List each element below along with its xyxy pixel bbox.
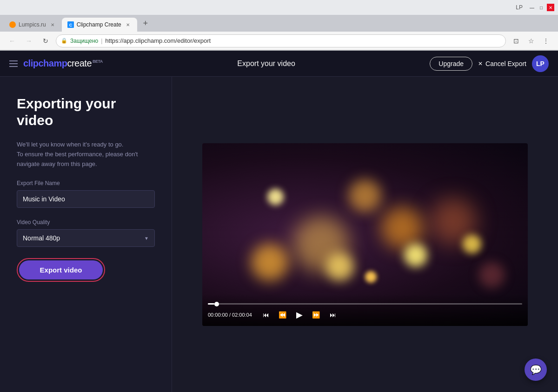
minimize-button[interactable]: — [528, 4, 536, 11]
bokeh-9 [267, 189, 284, 205]
quality-select[interactable]: Normal 480p HD 720p Full HD 1080p [17, 230, 154, 246]
tab-close-lumpics[interactable]: ✕ [49, 21, 56, 28]
app-wrapper: clipchampcreatebeta Export your video Up… [0, 51, 558, 392]
video-display: 00:00:00 / 02:00:04 ⏮ ⏪ ▶ ⏩ ⏭ [202, 143, 528, 326]
cancel-export-label: Cancel Export [485, 60, 526, 67]
tab-clipchamp[interactable]: C Clipchamp Create ✕ [62, 18, 137, 32]
video-container: 00:00:00 / 02:00:04 ⏮ ⏪ ▶ ⏩ ⏭ [202, 143, 528, 326]
tab-close-clipchamp[interactable]: ✕ [124, 21, 132, 28]
skip-back-button[interactable]: ⏮ [259, 308, 272, 321]
left-panel: Exporting your video We'll let you know … [0, 77, 172, 392]
progress-fill [208, 303, 214, 305]
avatar: LP [532, 55, 549, 72]
play-button[interactable]: ▶ [293, 308, 306, 321]
hamburger-menu[interactable] [9, 60, 18, 67]
tab-favicon-lumpics [9, 21, 16, 28]
lock-icon: 🔒 [61, 38, 67, 44]
rewind-button[interactable]: ⏪ [276, 308, 289, 321]
url-bar[interactable]: 🔒 Защищено | https://app.clipchamp.com/e… [56, 34, 506, 47]
title-bar: LP — □ ✕ [0, 0, 558, 15]
panel-description: We'll let you know when it's ready to go… [17, 140, 155, 169]
bokeh-5 [404, 244, 427, 267]
back-button[interactable]: ← [6, 34, 19, 47]
bokeh-7 [463, 235, 481, 253]
cancel-icon: ✕ [478, 60, 483, 67]
app-logo: clipchampcreatebeta [23, 58, 103, 69]
menu-button[interactable]: ⋮ [539, 34, 552, 47]
controls-row: 00:00:00 / 02:00:04 ⏮ ⏪ ▶ ⏩ ⏭ [208, 308, 522, 321]
export-video-button[interactable]: Export video [19, 260, 103, 279]
forward-button[interactable]: → [22, 34, 35, 47]
export-button-wrapper: Export video [17, 258, 105, 282]
tab-favicon-clipchamp: C [67, 21, 74, 28]
app-header: clipchampcreatebeta Export your video Up… [0, 51, 558, 77]
cast-button[interactable]: ⊡ [510, 34, 523, 47]
panel-title: Exporting your video [17, 95, 155, 129]
time-current: 00:00:00 [208, 312, 228, 318]
hamburger-line-2 [9, 63, 18, 64]
quality-group: Video Quality Normal 480p HD 720p Full H… [17, 219, 155, 247]
logo-clip: clipchamp [23, 58, 67, 68]
bokeh-10 [479, 262, 505, 288]
url-separator: | [101, 38, 102, 44]
hamburger-line-3 [9, 66, 18, 67]
time-display: 00:00:00 / 02:00:04 [208, 312, 252, 318]
upgrade-button[interactable]: Upgrade [430, 57, 472, 71]
chat-fab-button[interactable]: 💬 [525, 359, 547, 381]
file-name-input[interactable] [17, 190, 155, 208]
chat-icon: 💬 [530, 364, 542, 375]
url-text: https://app.clipchamp.com/editor/export [105, 37, 501, 44]
bokeh-4 [381, 207, 423, 249]
main-content: Exporting your video We'll let you know … [0, 77, 558, 392]
tab-label-clipchamp: Clipchamp Create [77, 21, 121, 28]
user-initials: LP [516, 4, 523, 11]
file-name-group: Export File Name [17, 180, 155, 208]
logo-create: create [67, 58, 92, 68]
bokeh-11 [365, 271, 377, 283]
skip-forward-button[interactable]: ⏭ [326, 308, 339, 321]
video-controls: 00:00:00 / 02:00:04 ⏮ ⏪ ▶ ⏩ ⏭ [202, 294, 528, 326]
address-bar: ← → ↻ 🔒 Защищено | https://app.clipchamp… [0, 32, 558, 50]
time-total: 02:00:04 [232, 312, 252, 318]
bokeh-8 [349, 179, 381, 212]
refresh-button[interactable]: ↻ [39, 34, 52, 47]
header-title: Export your video [103, 60, 430, 68]
logo-beta: beta [93, 59, 103, 64]
quality-label: Video Quality [17, 219, 155, 226]
tab-bar: Lumpics.ru ✕ C Clipchamp Create ✕ + [0, 15, 558, 32]
tab-label-lumpics: Lumpics.ru [19, 21, 46, 28]
right-panel: 00:00:00 / 02:00:04 ⏮ ⏪ ▶ ⏩ ⏭ [172, 77, 558, 392]
bokeh-3 [326, 253, 354, 281]
bokeh-1 [251, 244, 288, 281]
bookmark-button[interactable]: ☆ [525, 34, 538, 47]
header-actions: Upgrade ✕ Cancel Export LP [430, 55, 549, 72]
progress-dot [214, 302, 219, 306]
address-bar-actions: ⊡ ☆ ⋮ [510, 34, 552, 47]
maximize-button[interactable]: □ [538, 4, 545, 11]
file-name-label: Export File Name [17, 180, 155, 186]
new-tab-button[interactable]: + [139, 17, 152, 30]
tab-lumpics[interactable]: Lumpics.ru ✕ [4, 18, 62, 32]
svg-text:C: C [69, 23, 72, 27]
progress-bar[interactable] [208, 303, 522, 305]
close-button[interactable]: ✕ [547, 4, 554, 11]
fast-forward-button[interactable]: ⏩ [310, 308, 323, 321]
protected-label: Защищено [70, 38, 98, 44]
quality-select-wrapper: Normal 480p HD 720p Full HD 1080p ▼ [17, 229, 155, 247]
cancel-export-button[interactable]: ✕ Cancel Export [478, 60, 526, 67]
hamburger-line-1 [9, 60, 18, 61]
